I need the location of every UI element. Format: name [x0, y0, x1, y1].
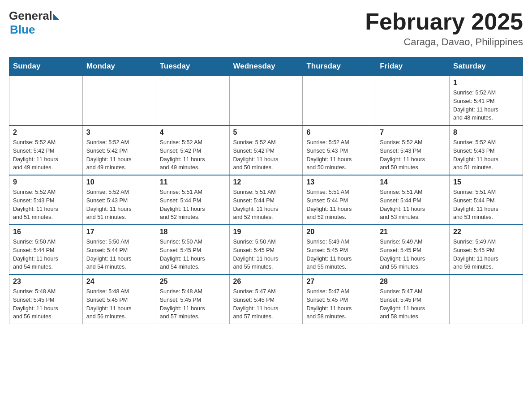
day-number: 8 [453, 128, 519, 137]
calendar-cell: 15Sunrise: 5:51 AM Sunset: 5:44 PM Dayli… [450, 175, 523, 225]
title-section: February 2025 Caraga, Davao, Philippines [365, 9, 523, 48]
calendar-cell: 8Sunrise: 5:52 AM Sunset: 5:43 PM Daylig… [450, 125, 523, 175]
day-number: 11 [160, 178, 226, 186]
calendar-header-wednesday: Wednesday [229, 57, 303, 76]
day-info: Sunrise: 5:48 AM Sunset: 5:45 PM Dayligh… [160, 287, 226, 321]
day-info: Sunrise: 5:50 AM Sunset: 5:44 PM Dayligh… [13, 238, 79, 271]
logo: General Blue [9, 9, 59, 37]
logo-blue-text: Blue [10, 23, 35, 37]
calendar-header-tuesday: Tuesday [156, 57, 229, 76]
day-number: 6 [306, 128, 372, 137]
day-number: 17 [86, 228, 152, 236]
calendar-cell: 11Sunrise: 5:51 AM Sunset: 5:44 PM Dayli… [156, 175, 229, 225]
day-info: Sunrise: 5:48 AM Sunset: 5:45 PM Dayligh… [13, 287, 79, 321]
calendar-cell: 10Sunrise: 5:52 AM Sunset: 5:43 PM Dayli… [82, 175, 156, 225]
day-info: Sunrise: 5:47 AM Sunset: 5:45 PM Dayligh… [306, 287, 372, 321]
day-number: 23 [13, 278, 79, 286]
week-row-4: 16Sunrise: 5:50 AM Sunset: 5:44 PM Dayli… [9, 225, 523, 274]
day-number: 13 [306, 178, 372, 186]
day-number: 14 [380, 178, 446, 186]
calendar-header-sunday: Sunday [9, 57, 83, 76]
day-info: Sunrise: 5:52 AM Sunset: 5:43 PM Dayligh… [86, 188, 152, 222]
day-info: Sunrise: 5:47 AM Sunset: 5:45 PM Dayligh… [380, 287, 446, 321]
calendar-header-row: SundayMondayTuesdayWednesdayThursdayFrid… [9, 57, 523, 76]
day-number: 16 [13, 228, 79, 236]
calendar-cell: 9Sunrise: 5:52 AM Sunset: 5:43 PM Daylig… [9, 175, 83, 225]
calendar-cell: 28Sunrise: 5:47 AM Sunset: 5:45 PM Dayli… [376, 274, 450, 324]
day-info: Sunrise: 5:52 AM Sunset: 5:43 PM Dayligh… [306, 138, 372, 172]
calendar-cell [156, 76, 229, 125]
day-info: Sunrise: 5:51 AM Sunset: 5:44 PM Dayligh… [380, 188, 446, 222]
calendar-cell: 27Sunrise: 5:47 AM Sunset: 5:45 PM Dayli… [303, 274, 376, 324]
calendar-cell: 3Sunrise: 5:52 AM Sunset: 5:42 PM Daylig… [82, 125, 156, 175]
day-number: 5 [233, 128, 299, 137]
day-number: 3 [86, 128, 152, 137]
calendar-cell: 21Sunrise: 5:49 AM Sunset: 5:45 PM Dayli… [376, 225, 450, 274]
day-info: Sunrise: 5:52 AM Sunset: 5:41 PM Dayligh… [453, 89, 519, 122]
day-number: 12 [233, 178, 299, 186]
calendar-cell: 2Sunrise: 5:52 AM Sunset: 5:42 PM Daylig… [9, 125, 83, 175]
calendar-cell: 23Sunrise: 5:48 AM Sunset: 5:45 PM Dayli… [9, 274, 83, 324]
day-number: 4 [160, 128, 226, 137]
logo-general-text: General [9, 9, 52, 23]
day-info: Sunrise: 5:52 AM Sunset: 5:42 PM Dayligh… [86, 138, 152, 172]
day-info: Sunrise: 5:51 AM Sunset: 5:44 PM Dayligh… [233, 188, 299, 222]
calendar-cell [376, 76, 450, 125]
day-number: 19 [233, 228, 299, 236]
calendar-cell: 26Sunrise: 5:47 AM Sunset: 5:45 PM Dayli… [229, 274, 303, 324]
calendar-cell [303, 76, 376, 125]
day-number: 2 [13, 128, 79, 137]
day-info: Sunrise: 5:49 AM Sunset: 5:45 PM Dayligh… [380, 238, 446, 271]
week-row-1: 1Sunrise: 5:52 AM Sunset: 5:41 PM Daylig… [9, 76, 523, 125]
calendar-cell: 7Sunrise: 5:52 AM Sunset: 5:43 PM Daylig… [376, 125, 450, 175]
day-info: Sunrise: 5:50 AM Sunset: 5:44 PM Dayligh… [86, 238, 152, 271]
calendar-header-saturday: Saturday [450, 57, 523, 76]
week-row-3: 9Sunrise: 5:52 AM Sunset: 5:43 PM Daylig… [9, 175, 523, 225]
day-info: Sunrise: 5:48 AM Sunset: 5:45 PM Dayligh… [86, 287, 152, 321]
month-title: February 2025 [365, 9, 523, 34]
day-number: 25 [160, 278, 226, 286]
day-number: 24 [86, 278, 152, 286]
day-info: Sunrise: 5:51 AM Sunset: 5:44 PM Dayligh… [160, 188, 226, 222]
calendar-cell: 1Sunrise: 5:52 AM Sunset: 5:41 PM Daylig… [450, 76, 523, 125]
calendar-cell: 16Sunrise: 5:50 AM Sunset: 5:44 PM Dayli… [9, 225, 83, 274]
calendar-cell: 13Sunrise: 5:51 AM Sunset: 5:44 PM Dayli… [303, 175, 376, 225]
day-info: Sunrise: 5:52 AM Sunset: 5:42 PM Dayligh… [233, 138, 299, 172]
day-number: 27 [306, 278, 372, 286]
calendar-cell: 22Sunrise: 5:49 AM Sunset: 5:45 PM Dayli… [450, 225, 523, 274]
day-info: Sunrise: 5:52 AM Sunset: 5:42 PM Dayligh… [160, 138, 226, 172]
calendar-cell: 6Sunrise: 5:52 AM Sunset: 5:43 PM Daylig… [303, 125, 376, 175]
calendar-cell: 5Sunrise: 5:52 AM Sunset: 5:42 PM Daylig… [229, 125, 303, 175]
calendar-cell [229, 76, 303, 125]
calendar-cell: 12Sunrise: 5:51 AM Sunset: 5:44 PM Dayli… [229, 175, 303, 225]
location-text: Caraga, Davao, Philippines [365, 36, 523, 48]
day-info: Sunrise: 5:51 AM Sunset: 5:44 PM Dayligh… [306, 188, 372, 222]
calendar-header-thursday: Thursday [303, 57, 376, 76]
calendar-cell: 14Sunrise: 5:51 AM Sunset: 5:44 PM Dayli… [376, 175, 450, 225]
calendar-header-monday: Monday [82, 57, 156, 76]
day-info: Sunrise: 5:52 AM Sunset: 5:43 PM Dayligh… [13, 188, 79, 222]
day-info: Sunrise: 5:47 AM Sunset: 5:45 PM Dayligh… [233, 287, 299, 321]
day-number: 15 [453, 178, 519, 186]
calendar-cell: 24Sunrise: 5:48 AM Sunset: 5:45 PM Dayli… [82, 274, 156, 324]
day-info: Sunrise: 5:50 AM Sunset: 5:45 PM Dayligh… [160, 238, 226, 271]
calendar-cell: 18Sunrise: 5:50 AM Sunset: 5:45 PM Dayli… [156, 225, 229, 274]
day-number: 28 [380, 278, 446, 286]
day-info: Sunrise: 5:52 AM Sunset: 5:43 PM Dayligh… [453, 138, 519, 172]
day-number: 18 [160, 228, 226, 236]
day-number: 21 [380, 228, 446, 236]
day-number: 10 [86, 178, 152, 186]
calendar-cell [82, 76, 156, 125]
day-number: 22 [453, 228, 519, 236]
day-number: 1 [453, 79, 519, 87]
calendar-cell: 25Sunrise: 5:48 AM Sunset: 5:45 PM Dayli… [156, 274, 229, 324]
calendar-cell: 19Sunrise: 5:50 AM Sunset: 5:45 PM Dayli… [229, 225, 303, 274]
week-row-5: 23Sunrise: 5:48 AM Sunset: 5:45 PM Dayli… [9, 274, 523, 324]
day-number: 20 [306, 228, 372, 236]
day-info: Sunrise: 5:52 AM Sunset: 5:43 PM Dayligh… [380, 138, 446, 172]
day-number: 26 [233, 278, 299, 286]
calendar-cell: 4Sunrise: 5:52 AM Sunset: 5:42 PM Daylig… [156, 125, 229, 175]
day-info: Sunrise: 5:49 AM Sunset: 5:45 PM Dayligh… [306, 238, 372, 271]
calendar-cell: 17Sunrise: 5:50 AM Sunset: 5:44 PM Dayli… [82, 225, 156, 274]
logo-triangle-icon [53, 14, 59, 20]
